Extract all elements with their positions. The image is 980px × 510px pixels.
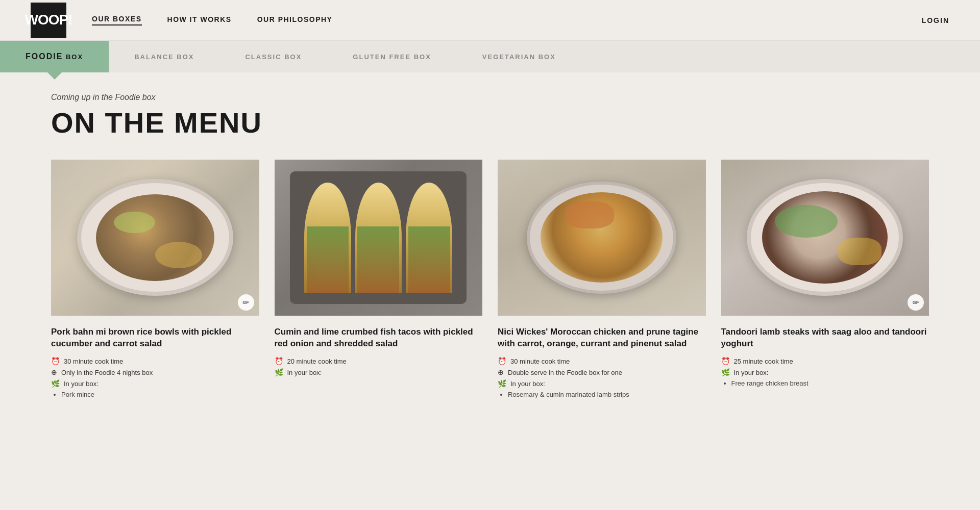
tab-balance-label: BALANCE BOX — [134, 53, 194, 61]
ingredient-1-1: Pork mince — [61, 391, 259, 398]
meal-card-1: GF Pork bahn mi brown rice bowls with pi… — [51, 160, 259, 398]
tab-foodie-label-rest: BOX — [63, 53, 83, 61]
meal-3-bg — [498, 160, 706, 316]
ingredient-3-1: Rosemary & cumin marinated lamb strips — [508, 391, 706, 398]
coming-up-text: Coming up in the Foodie box — [51, 93, 929, 102]
nav-item-our-boxes[interactable]: OUR BOXES — [92, 15, 142, 26]
meal-image-container-3 — [498, 160, 706, 316]
tabs-bar: FOODIE BOX BALANCE BOX CLASSIC BOX GLUTE… — [0, 41, 980, 72]
meal-title-2: Cumin and lime crumbed fish tacos with p… — [275, 326, 483, 350]
clock-icon-2: ⏰ — [275, 357, 283, 365]
meal-image-3 — [498, 160, 706, 316]
meal-ingredients-4: Free range chicken breast — [721, 379, 929, 387]
tab-classic-label: CLASSIC BOX — [245, 53, 302, 61]
shield-icon-1: ⊕ — [51, 368, 57, 376]
meal-meta-4: ⏰ 25 minute cook time 🌿 In your box: — [721, 357, 929, 376]
meal-special-3: ⊕ Double serve in the Foodie box for one — [498, 368, 706, 376]
meal-inbox-label-1: 🌿 In your box: — [51, 379, 259, 388]
login-button[interactable]: LOGIN — [922, 16, 949, 24]
meal-meta-1: ⏰ 30 minute cook time ⊕ Only in the Food… — [51, 357, 259, 388]
meal-card-3: Nici Wickes' Moroccan chicken and prune … — [498, 160, 706, 398]
meal-image-1 — [51, 160, 259, 316]
main-content: Coming up in the Foodie box ON THE MENU … — [0, 72, 980, 429]
tab-foodie-label-bold: FOODIE — [26, 52, 63, 61]
leaf-icon-4: 🌿 — [721, 368, 730, 376]
shield-icon-3: ⊕ — [498, 368, 504, 376]
meal-title-4: Tandoori lamb steaks with saag aloo and … — [721, 326, 929, 350]
meal-image-2 — [275, 160, 483, 316]
meal-image-container-2 — [275, 160, 483, 316]
leaf-icon-1: 🌿 — [51, 379, 60, 388]
plate-3 — [527, 182, 676, 294]
gf-badge-1: GF — [238, 294, 254, 311]
tab-gluten-free-label: GLUTEN FREE BOX — [353, 53, 431, 61]
clock-icon-1: ⏰ — [51, 357, 60, 365]
meal-image-4 — [721, 160, 929, 316]
tab-vegetarian[interactable]: VEGETARIAN BOX — [457, 41, 581, 72]
logo[interactable]: WO OP! — [31, 3, 66, 38]
tab-classic[interactable]: CLASSIC BOX — [219, 41, 327, 72]
food-3 — [541, 192, 663, 283]
meal-special-1: ⊕ Only in the Foodie 4 nights box — [51, 368, 259, 376]
leaf-icon-3: 🌿 — [498, 379, 506, 388]
meal-inbox-label-3: 🌿 In your box: — [498, 379, 706, 388]
leaf-icon-2: 🌿 — [275, 368, 283, 376]
menu-title: ON THE MENU — [51, 106, 929, 139]
meal-title-3: Nici Wickes' Moroccan chicken and prune … — [498, 326, 706, 350]
meal-card-4: GF Tandoori lamb steaks with saag aloo a… — [721, 160, 929, 398]
nav-item-how-it-works[interactable]: HOW IT WORKS — [167, 15, 232, 25]
food-4 — [762, 191, 888, 284]
meal-meta-3: ⏰ 30 minute cook time ⊕ Double serve in … — [498, 357, 706, 388]
meal-meta-2: ⏰ 20 minute cook time 🌿 In your box: — [275, 357, 483, 376]
tacos-plate — [290, 171, 467, 304]
meal-title-1: Pork bahn mi brown rice bowls with pickl… — [51, 326, 259, 350]
main-nav: OUR BOXES HOW IT WORKS OUR PHILOSOPHY — [92, 15, 332, 26]
meal-cook-time-4: ⏰ 25 minute cook time — [721, 357, 929, 365]
meal-cook-time-1: ⏰ 30 minute cook time — [51, 357, 259, 365]
plate-4 — [747, 179, 903, 296]
meal-image-container-4: GF — [721, 160, 929, 316]
clock-icon-3: ⏰ — [498, 357, 506, 365]
gf-badge-4: GF — [908, 294, 924, 311]
meal-4-bg — [721, 160, 929, 316]
logo-line1: WO — [25, 12, 48, 28]
meal-cook-time-2: ⏰ 20 minute cook time — [275, 357, 483, 365]
tab-vegetarian-label: VEGETARIAN BOX — [482, 53, 556, 61]
ingredient-4-1: Free range chicken breast — [731, 379, 929, 387]
meal-cook-time-3: ⏰ 30 minute cook time — [498, 357, 706, 365]
tab-foodie[interactable]: FOODIE BOX — [0, 41, 109, 72]
plate-1 — [77, 179, 233, 296]
taco-1 — [304, 183, 351, 293]
meal-ingredients-1: Pork mince — [51, 391, 259, 398]
taco-3 — [406, 183, 452, 293]
clock-icon-4: ⏰ — [721, 357, 730, 365]
meal-card-2: Cumin and lime crumbed fish tacos with p… — [275, 160, 483, 398]
meal-inbox-label-4: 🌿 In your box: — [721, 368, 929, 376]
logo-line2: OP! — [48, 12, 72, 28]
meal-ingredients-3: Rosemary & cumin marinated lamb strips — [498, 391, 706, 398]
food-1 — [96, 194, 214, 282]
meal-inbox-label-2: 🌿 In your box: — [275, 368, 483, 376]
tab-balance[interactable]: BALANCE BOX — [109, 41, 219, 72]
nav-item-our-philosophy[interactable]: OUR PHILOSOPHY — [257, 15, 333, 25]
header: WO OP! OUR BOXES HOW IT WORKS OUR PHILOS… — [0, 0, 980, 41]
meal-image-container-1: GF — [51, 160, 259, 316]
meals-grid: GF Pork bahn mi brown rice bowls with pi… — [51, 160, 929, 398]
taco-2 — [355, 183, 402, 293]
tab-gluten-free[interactable]: GLUTEN FREE BOX — [327, 41, 457, 72]
